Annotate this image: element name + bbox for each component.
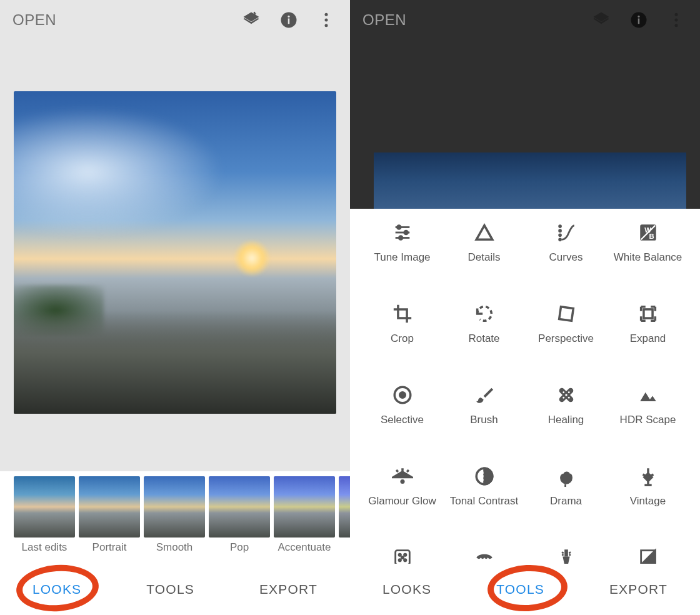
- vintage-icon: [636, 464, 661, 489]
- look-label: Fac: [339, 541, 350, 554]
- svg-point-11: [675, 24, 678, 27]
- svg-marker-27: [559, 307, 573, 321]
- crop-icon: [390, 301, 415, 326]
- tool-bw[interactable]: [607, 541, 689, 564]
- look-label: Accentuate: [274, 541, 335, 554]
- svg-point-36: [568, 391, 569, 393]
- tool-label: Crop: [391, 332, 414, 345]
- tool-retro[interactable]: [443, 541, 525, 564]
- svg-point-9: [675, 13, 678, 16]
- open-button[interactable]: OPEN: [12, 11, 56, 29]
- tool-tune[interactable]: Tune Image: [361, 216, 443, 264]
- tab-looks[interactable]: LOOKS: [28, 578, 86, 601]
- svg-point-15: [397, 226, 401, 229]
- svg-point-56: [404, 559, 406, 561]
- healing-icon: [554, 382, 579, 408]
- tool-drama[interactable]: Drama: [525, 460, 607, 508]
- svg-point-33: [565, 394, 567, 396]
- tonal-icon: [472, 464, 497, 489]
- look-item[interactable]: Pop: [209, 476, 270, 554]
- look-thumb: [144, 476, 205, 538]
- retro-icon: [472, 545, 497, 564]
- tool-label: Details: [468, 251, 501, 264]
- grunge-icon: [554, 545, 579, 564]
- bottom-tabs-left: LOOKS TOOLS EXPORT: [0, 564, 350, 615]
- tool-selective[interactable]: Selective: [361, 379, 443, 426]
- tab-export-r[interactable]: EXPORT: [604, 578, 672, 601]
- look-item[interactable]: Portrait: [79, 476, 140, 554]
- svg-point-22: [559, 239, 561, 241]
- look-item[interactable]: Last edits: [14, 476, 75, 554]
- tool-healing[interactable]: Healing: [525, 379, 607, 426]
- tool-label: Rotate: [468, 332, 499, 345]
- info-icon[interactable]: [278, 9, 300, 31]
- info-icon-dim[interactable]: [628, 9, 650, 31]
- tool-glow[interactable]: Glamour Glow: [361, 460, 443, 508]
- svg-rect-28: [643, 309, 652, 318]
- tab-tools-r[interactable]: TOOLS: [491, 578, 549, 601]
- tool-grainy[interactable]: [361, 541, 443, 564]
- tool-hdr[interactable]: HDR Scape: [607, 379, 689, 426]
- look-item[interactable]: Smooth: [144, 476, 205, 554]
- tool-label: Brush: [470, 414, 498, 426]
- look-thumb: [209, 476, 270, 538]
- tool-label: Curves: [549, 251, 583, 264]
- svg-text:B: B: [649, 232, 654, 240]
- tool-details[interactable]: Details: [443, 216, 525, 264]
- tool-expand[interactable]: Expand: [607, 298, 689, 345]
- tool-label: Drama: [550, 495, 582, 508]
- tab-export[interactable]: EXPORT: [254, 578, 322, 601]
- svg-point-37: [562, 397, 564, 399]
- tool-crop[interactable]: Crop: [361, 298, 443, 345]
- look-item[interactable]: Fac: [339, 476, 350, 554]
- look-thumb: [79, 476, 140, 538]
- tools-panel: Tune ImageDetailsCurvesWBWhite BalanceCr…: [350, 209, 700, 564]
- svg-point-4: [325, 19, 328, 22]
- svg-point-19: [559, 226, 561, 228]
- look-thumb: [274, 476, 335, 538]
- rotate-icon: [472, 301, 497, 326]
- more-icon-dim[interactable]: [665, 9, 688, 31]
- look-label: Smooth: [144, 541, 205, 554]
- tool-vintage[interactable]: Vintage: [607, 460, 689, 508]
- curves-icon: [554, 220, 579, 245]
- tool-label: Tune Image: [374, 251, 430, 264]
- tool-brush[interactable]: Brush: [443, 379, 525, 426]
- svg-point-2: [288, 16, 289, 18]
- tool-curves[interactable]: Curves: [525, 216, 607, 264]
- svg-point-17: [399, 236, 402, 240]
- main-photo[interactable]: [14, 91, 336, 414]
- tool-label: White Balance: [614, 251, 682, 264]
- tool-wb[interactable]: WBWhite Balance: [607, 216, 689, 264]
- tab-tools[interactable]: TOOLS: [141, 578, 199, 601]
- svg-rect-58: [564, 549, 568, 556]
- bw-icon: [636, 545, 661, 564]
- tool-rotate[interactable]: Rotate: [443, 298, 525, 345]
- tool-tonal[interactable]: Tonal Contrast: [443, 460, 525, 508]
- svg-marker-39: [393, 472, 411, 478]
- layers-icon[interactable]: [240, 9, 262, 31]
- topbar: OPEN: [0, 0, 350, 40]
- wb-icon: WB: [636, 220, 661, 245]
- svg-point-3: [325, 13, 328, 16]
- layers-icon-dim[interactable]: [590, 9, 612, 31]
- more-icon[interactable]: [315, 9, 338, 31]
- tool-label: Tonal Contrast: [450, 495, 519, 508]
- canvas-area: [0, 40, 350, 471]
- tool-label: Healing: [548, 414, 584, 426]
- svg-point-55: [399, 559, 401, 561]
- expand-icon: [636, 301, 661, 326]
- tool-label: Vintage: [630, 495, 666, 508]
- looks-strip: Last editsPortraitSmoothPopAccentuateFac: [0, 471, 350, 564]
- look-item[interactable]: Accentuate: [274, 476, 335, 554]
- tool-perspective[interactable]: Perspective: [525, 298, 607, 345]
- svg-point-16: [404, 231, 408, 234]
- tab-looks-r[interactable]: LOOKS: [378, 578, 436, 601]
- perspective-icon: [554, 301, 579, 326]
- svg-marker-38: [640, 392, 656, 401]
- svg-point-54: [404, 554, 406, 556]
- tool-grunge[interactable]: [525, 541, 607, 564]
- open-button-dim[interactable]: OPEN: [362, 11, 406, 29]
- pane-tools: OPEN Tune ImageDetailsCurvesWBWhite Bala…: [350, 0, 700, 615]
- svg-point-5: [325, 24, 328, 27]
